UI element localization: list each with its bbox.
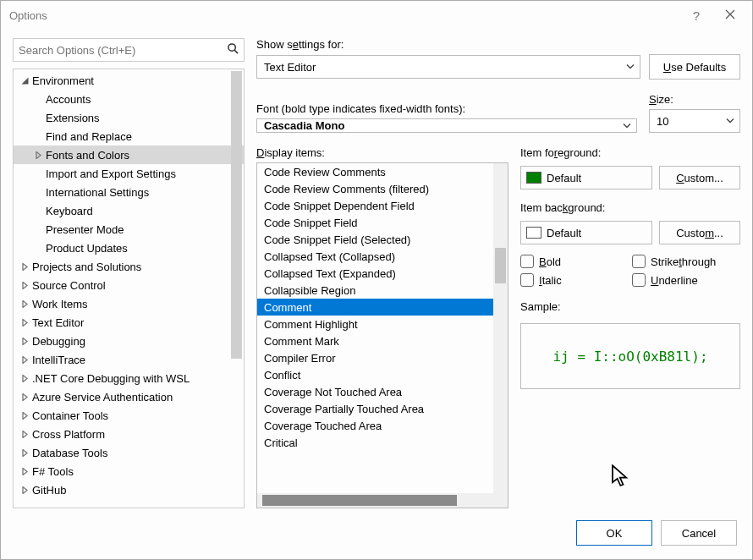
expander-collapsed-icon[interactable] xyxy=(19,484,30,496)
display-item[interactable]: Compiler Error xyxy=(257,349,508,366)
dialog-buttons: OK Cancel xyxy=(1,512,752,559)
checkbox-icon xyxy=(632,255,646,268)
display-items-listbox[interactable]: Code Review CommentsCode Review Comments… xyxy=(256,162,508,508)
display-item[interactable]: Comment Highlight xyxy=(257,316,508,332)
tree-item[interactable]: F# Tools xyxy=(14,462,244,480)
expander-expanded-icon[interactable] xyxy=(19,74,30,86)
show-settings-select[interactable]: Text Editor xyxy=(256,55,640,79)
strikethrough-checkbox[interactable]: Strikethrough xyxy=(632,255,740,268)
tree-item-label: Source Control xyxy=(32,279,106,292)
style-checks: Bold Strikethrough Italic Underline xyxy=(520,255,740,287)
display-item[interactable]: Collapsed Text (Expanded) xyxy=(257,265,508,282)
display-item[interactable]: Coverage Not Touched Area xyxy=(257,383,508,400)
use-defaults-button[interactable]: Use Defaults xyxy=(649,54,740,80)
bold-checkbox[interactable]: Bold xyxy=(520,255,629,268)
tree-item-label: Database Tools xyxy=(32,447,107,459)
list-hscroll-thumb[interactable] xyxy=(262,495,457,506)
tree-item[interactable]: Container Tools xyxy=(14,406,244,425)
tree-item[interactable]: Find and Replace xyxy=(14,127,244,145)
list-vscroll-track[interactable] xyxy=(493,163,508,508)
show-settings-value: Text Editor xyxy=(264,61,316,74)
list-hscroll-track[interactable] xyxy=(257,493,493,508)
tree-item[interactable]: Debugging xyxy=(14,332,244,350)
tree-item[interactable]: Projects and Solutions xyxy=(14,257,244,276)
display-item[interactable]: Code Snippet Field (Selected) xyxy=(257,231,508,248)
tree-item[interactable]: Extensions xyxy=(14,108,244,127)
tree-item[interactable]: Environment xyxy=(14,71,244,90)
close-button[interactable] xyxy=(713,3,747,28)
display-item[interactable]: Coverage Touched Area xyxy=(257,417,508,434)
show-settings-label: Show settings for: xyxy=(256,38,344,51)
tree-item-label: GitHub xyxy=(32,484,66,497)
foreground-custom-button[interactable]: Custom... xyxy=(659,166,740,189)
list-vscroll-thumb[interactable] xyxy=(495,248,506,283)
display-item[interactable]: Collapsible Region xyxy=(257,282,508,299)
tree-item[interactable]: Accounts xyxy=(14,90,244,108)
expander-collapsed-icon[interactable] xyxy=(19,354,30,365)
tree-item[interactable]: .NET Core Debugging with WSL xyxy=(14,369,244,387)
tree-item[interactable]: Work Items xyxy=(14,294,244,313)
display-item[interactable]: Code Review Comments xyxy=(257,163,508,180)
tree-item[interactable]: Cross Platform xyxy=(14,425,244,443)
expander-collapsed-icon[interactable] xyxy=(19,372,30,384)
tree-item-label: F# Tools xyxy=(32,465,74,478)
background-value: Default xyxy=(547,227,581,239)
expander-collapsed-icon[interactable] xyxy=(19,316,30,328)
expander-collapsed-icon[interactable] xyxy=(19,261,30,272)
tree-item[interactable]: IntelliTrace xyxy=(14,350,244,369)
expander-collapsed-icon[interactable] xyxy=(19,335,30,347)
italic-checkbox[interactable]: Italic xyxy=(520,273,629,287)
cancel-button[interactable]: Cancel xyxy=(661,520,737,546)
expander-collapsed-icon[interactable] xyxy=(19,465,30,477)
titlebar: Options ? xyxy=(1,1,752,30)
svg-point-0 xyxy=(228,44,235,51)
tree-item[interactable]: International Settings xyxy=(14,183,244,201)
display-item[interactable]: Coverage Partially Touched Area xyxy=(257,400,508,417)
display-item[interactable]: Comment Mark xyxy=(257,332,508,349)
tree-item-label: Find and Replace xyxy=(46,130,132,143)
background-select[interactable]: Default xyxy=(520,221,652,244)
background-custom-button[interactable]: Custom... xyxy=(659,221,740,244)
expander-collapsed-icon[interactable] xyxy=(32,149,44,161)
tree-scrollbar[interactable] xyxy=(231,71,242,359)
tree-item[interactable]: Azure Service Authentication xyxy=(14,387,244,406)
checkbox-icon xyxy=(520,273,534,287)
display-item[interactable]: Code Review Comments (filtered) xyxy=(257,180,508,197)
tree-item[interactable]: Import and Export Settings xyxy=(14,164,244,183)
tree-item[interactable]: Keyboard xyxy=(14,201,244,220)
font-size-row: Font (bold type indicates fixed-width fo… xyxy=(256,93,740,133)
chevron-down-icon xyxy=(623,119,631,132)
expander-collapsed-icon[interactable] xyxy=(19,279,30,291)
search-input[interactable] xyxy=(13,38,245,62)
tree-item[interactable]: Text Editor xyxy=(14,313,244,332)
foreground-label: Item foreground: xyxy=(520,146,740,159)
font-select[interactable]: Cascadia Mono xyxy=(256,118,637,133)
tree-item[interactable]: Source Control xyxy=(14,276,244,294)
display-item[interactable]: Critical xyxy=(257,434,508,451)
tree-item[interactable]: Database Tools xyxy=(14,443,244,462)
display-item[interactable]: Code Snippet Field xyxy=(257,214,508,231)
display-item[interactable]: Code Snippet Dependent Field xyxy=(257,197,508,214)
help-button[interactable]: ? xyxy=(679,3,713,28)
expander-collapsed-icon[interactable] xyxy=(19,391,30,403)
sample-text: ij = I::oO(0xB81l); xyxy=(552,349,707,365)
tree-item[interactable]: Fonts and Colors xyxy=(14,145,244,164)
tree-item[interactable]: Presenter Mode xyxy=(14,220,244,239)
expander-collapsed-icon[interactable] xyxy=(19,409,30,421)
ok-button[interactable]: OK xyxy=(576,520,652,546)
expander-collapsed-icon[interactable] xyxy=(19,428,30,440)
tree-item[interactable]: GitHub xyxy=(14,480,244,499)
display-item[interactable]: Collapsed Text (Collapsed) xyxy=(257,248,508,265)
tree-list[interactable]: EnvironmentAccountsExtensionsFind and Re… xyxy=(14,69,244,508)
size-select[interactable]: 10 xyxy=(649,109,740,133)
window-title: Options xyxy=(9,9,679,22)
underline-checkbox[interactable]: Underline xyxy=(632,273,740,287)
expander-collapsed-icon[interactable] xyxy=(19,298,30,310)
tree-item-label: Projects and Solutions xyxy=(32,261,141,273)
foreground-select[interactable]: Default xyxy=(520,166,652,189)
tree-item[interactable]: Product Updates xyxy=(14,239,244,257)
display-item[interactable]: Conflict xyxy=(257,366,508,383)
sample-preview: ij = I::oO(0xB81l); xyxy=(520,323,740,389)
expander-collapsed-icon[interactable] xyxy=(19,447,30,458)
display-item[interactable]: Comment xyxy=(257,299,508,316)
